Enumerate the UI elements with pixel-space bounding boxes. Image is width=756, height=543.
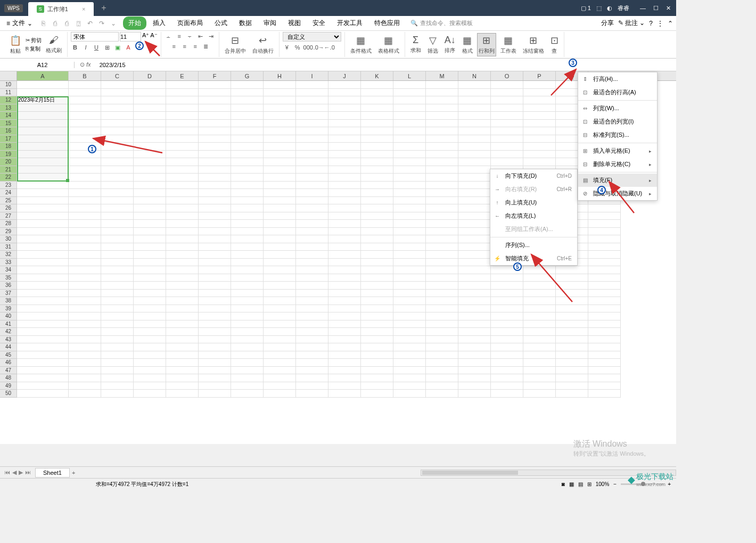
cell[interactable] — [134, 374, 166, 382]
cell[interactable] — [231, 282, 264, 290]
cell[interactable] — [588, 351, 621, 359]
row-header[interactable]: 42 — [0, 328, 17, 336]
cell[interactable] — [166, 390, 199, 398]
cell[interactable] — [296, 189, 328, 197]
row-header[interactable]: 37 — [0, 290, 17, 298]
cell[interactable] — [69, 89, 101, 97]
cell[interactable] — [393, 282, 426, 290]
cell[interactable] — [166, 228, 199, 236]
cell[interactable] — [458, 243, 491, 251]
cell[interactable] — [166, 336, 199, 344]
cell[interactable] — [134, 266, 166, 274]
cell[interactable] — [458, 297, 491, 305]
cell[interactable] — [393, 235, 426, 243]
menu-fill-down[interactable]: ↓向下填充(D)Ctrl+D — [490, 169, 577, 183]
cell[interactable] — [296, 220, 328, 228]
cell[interactable] — [166, 274, 199, 282]
cell[interactable] — [361, 274, 393, 282]
cell[interactable] — [231, 189, 264, 197]
cell[interactable] — [17, 305, 69, 313]
redo-icon[interactable]: ↷ — [97, 19, 106, 28]
cell[interactable] — [231, 112, 264, 120]
cell[interactable] — [296, 96, 328, 104]
row-header[interactable]: 20 — [0, 158, 17, 166]
cell[interactable] — [264, 81, 296, 89]
cell[interactable] — [588, 343, 621, 351]
border-button[interactable]: ⊞ — [103, 43, 111, 52]
cell[interactable] — [166, 312, 199, 320]
fill-color-button[interactable]: ▣ — [113, 43, 122, 52]
cell[interactable] — [393, 305, 426, 313]
cell[interactable] — [17, 143, 69, 151]
row-header[interactable]: 44 — [0, 343, 17, 351]
cell[interactable] — [199, 220, 231, 228]
cell[interactable] — [458, 197, 491, 205]
cell[interactable] — [17, 81, 69, 89]
cell[interactable] — [523, 359, 556, 367]
cell[interactable] — [393, 174, 426, 182]
row-header[interactable]: 14 — [0, 112, 17, 120]
cell[interactable] — [491, 143, 523, 151]
tab-security[interactable]: 安全 — [307, 17, 331, 30]
cell[interactable] — [361, 305, 393, 313]
cell[interactable] — [491, 297, 523, 305]
row-header[interactable]: 33 — [0, 259, 17, 267]
cell[interactable] — [458, 259, 491, 267]
sheet-nav-next-icon[interactable]: ▶ — [19, 469, 23, 476]
cell[interactable] — [361, 374, 393, 382]
cell[interactable] — [166, 182, 199, 190]
row-header[interactable]: 19 — [0, 151, 17, 159]
format-painter-button[interactable]: 🖌格式刷 — [44, 35, 64, 54]
cell[interactable] — [199, 135, 231, 143]
cell[interactable] — [361, 189, 393, 197]
cell[interactable] — [101, 174, 134, 182]
indent-dec-icon[interactable]: ⇤ — [196, 32, 205, 40]
cell[interactable] — [328, 104, 361, 112]
cell[interactable] — [69, 367, 101, 375]
cell[interactable] — [426, 174, 458, 182]
cell[interactable] — [101, 297, 134, 305]
cell[interactable] — [69, 189, 101, 197]
cell[interactable] — [199, 367, 231, 375]
cell[interactable] — [69, 305, 101, 313]
row-header[interactable]: 12 — [0, 96, 17, 104]
cell[interactable] — [556, 336, 588, 344]
user-avatar-icon[interactable]: ◐ — [607, 5, 612, 12]
cell[interactable] — [264, 367, 296, 375]
cell[interactable] — [101, 328, 134, 336]
cell[interactable] — [523, 312, 556, 320]
cell[interactable] — [166, 151, 199, 159]
cell[interactable] — [231, 390, 264, 398]
cell[interactable] — [264, 89, 296, 97]
cell[interactable] — [426, 104, 458, 112]
row-header[interactable]: 24 — [0, 189, 17, 197]
cell[interactable] — [361, 336, 393, 344]
add-sheet-button[interactable]: + — [72, 470, 75, 476]
view-page-icon[interactable]: ▤ — [578, 481, 583, 487]
cell[interactable] — [166, 359, 199, 367]
cell[interactable] — [361, 367, 393, 375]
cell[interactable] — [231, 351, 264, 359]
number-format-select[interactable]: 自定义 — [283, 32, 341, 42]
cell[interactable] — [393, 166, 426, 174]
cell[interactable] — [231, 220, 264, 228]
cell[interactable] — [17, 343, 69, 351]
cell[interactable] — [523, 135, 556, 143]
cell[interactable] — [101, 251, 134, 259]
menu-col-width[interactable]: ⇔列宽(W)... — [578, 102, 657, 115]
cell[interactable] — [69, 343, 101, 351]
cell[interactable] — [296, 212, 328, 220]
cell[interactable] — [101, 243, 134, 251]
cell[interactable] — [458, 212, 491, 220]
row-header[interactable]: 46 — [0, 359, 17, 367]
indent-inc-icon[interactable]: ⇥ — [207, 32, 216, 40]
cell[interactable] — [166, 158, 199, 166]
cell[interactable] — [296, 282, 328, 290]
dropdown-icon[interactable]: ⌄ — [109, 19, 118, 28]
cell[interactable] — [361, 112, 393, 120]
cell[interactable] — [17, 174, 69, 182]
cell[interactable] — [134, 197, 166, 205]
cell[interactable] — [17, 135, 69, 143]
cell[interactable] — [491, 343, 523, 351]
cell[interactable] — [328, 297, 361, 305]
